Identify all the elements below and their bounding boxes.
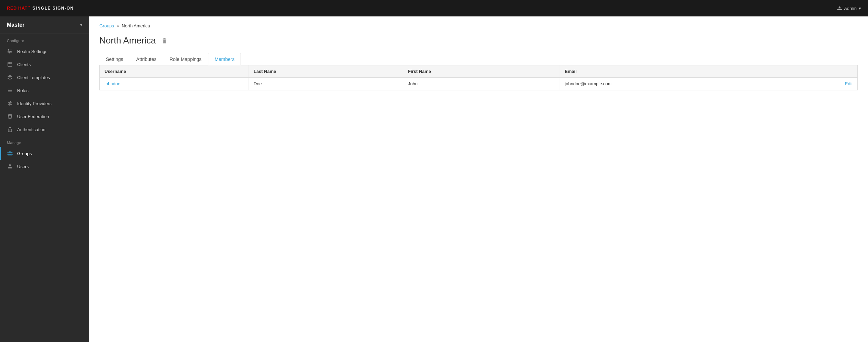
breadcrumb: Groups » North America <box>99 23 858 28</box>
table-header-row: Username Last Name First Name Email <box>100 65 857 78</box>
sidebar-item-label: Client Templates <box>17 75 50 80</box>
user-icon <box>7 163 13 169</box>
tab-role-mappings[interactable]: Role Mappings <box>163 53 208 65</box>
users-group-icon <box>7 150 13 156</box>
brand-product: SINGLE SIGN-ON <box>33 6 74 11</box>
svg-point-16 <box>9 164 11 166</box>
trash-icon <box>161 38 168 44</box>
tab-attributes[interactable]: Attributes <box>130 53 163 65</box>
sidebar-item-label: Clients <box>17 62 31 67</box>
configure-section-label: Configure <box>0 34 89 45</box>
col-email: Email <box>560 65 830 78</box>
sidebar-item-label: Groups <box>17 151 32 156</box>
manage-section-label: Manage <box>0 136 89 147</box>
user-menu[interactable]: Admin ▾ <box>837 6 861 11</box>
exchange-icon <box>7 100 13 106</box>
top-navigation: RED HAT™ SINGLE SIGN-ON Admin ▾ <box>0 0 868 16</box>
realm-name: Master <box>7 22 25 28</box>
brand-logo: RED HAT™ SINGLE SIGN-ON <box>7 5 74 11</box>
breadcrumb-current: North America <box>122 23 150 28</box>
svg-point-4 <box>10 51 11 52</box>
table-row: johndoe Doe John johndoe@example.com Edi… <box>100 78 857 90</box>
svg-rect-9 <box>8 92 12 92</box>
sidebar-item-groups[interactable]: Groups <box>0 147 89 160</box>
members-table: Username Last Name First Name Email john… <box>100 65 857 90</box>
col-firstname: First Name <box>403 65 560 78</box>
svg-rect-6 <box>8 62 12 66</box>
delete-button[interactable] <box>160 36 169 45</box>
sidebar-item-identity-providers[interactable]: Identity Providers <box>0 97 89 110</box>
sidebar-item-users[interactable]: Users <box>0 160 89 173</box>
sidebar-item-clients[interactable]: Clients <box>0 58 89 71</box>
svg-point-14 <box>8 152 9 153</box>
sidebar: Master ▾ Configure Realm Settings <box>0 16 89 342</box>
main-content: Groups » North America North America Set… <box>89 16 868 342</box>
sidebar-item-label: User Federation <box>17 114 49 119</box>
col-lastname: Last Name <box>249 65 403 78</box>
sidebar-item-roles[interactable]: Roles <box>0 84 89 97</box>
tab-settings[interactable]: Settings <box>99 53 130 65</box>
layers-icon <box>7 74 13 80</box>
breadcrumb-separator: » <box>117 24 119 28</box>
sidebar-item-client-templates[interactable]: Client Templates <box>0 71 89 84</box>
svg-point-5 <box>9 52 10 53</box>
svg-rect-17 <box>163 40 164 42</box>
user-dropdown-arrow: ▾ <box>859 6 861 11</box>
cell-firstname: John <box>403 78 560 90</box>
brand-redhat: RED HAT™ <box>7 5 30 11</box>
sidebar-item-label: Users <box>17 164 29 169</box>
realm-arrow: ▾ <box>80 23 82 27</box>
sliders-icon <box>7 48 13 54</box>
svg-rect-18 <box>165 40 166 42</box>
sidebar-item-user-federation[interactable]: User Federation <box>0 110 89 123</box>
svg-point-13 <box>9 151 11 153</box>
page-header: North America <box>99 35 858 46</box>
svg-point-15 <box>11 152 13 153</box>
lock-icon <box>7 126 13 132</box>
tabs-container: Settings Attributes Role Mappings Member… <box>99 53 858 65</box>
sidebar-item-label: Authentication <box>17 127 45 132</box>
sidebar-item-label: Identity Providers <box>17 101 51 106</box>
box-icon <box>7 61 13 67</box>
realm-selector[interactable]: Master ▾ <box>0 16 89 34</box>
cell-lastname: Doe <box>249 78 403 90</box>
user-label: Admin <box>844 6 857 11</box>
tab-members[interactable]: Members <box>208 53 241 65</box>
svg-rect-7 <box>8 89 12 89</box>
user-icon <box>837 6 842 11</box>
sidebar-item-realm-settings[interactable]: Realm Settings <box>0 45 89 58</box>
svg-point-10 <box>8 114 12 116</box>
cell-email: johndoe@example.com <box>560 78 830 90</box>
sidebar-item-label: Roles <box>17 88 28 93</box>
list-icon <box>7 87 13 93</box>
breadcrumb-groups-link[interactable]: Groups <box>99 23 114 28</box>
app-body: Master ▾ Configure Realm Settings <box>0 16 868 342</box>
cell-edit[interactable]: Edit <box>830 78 857 90</box>
svg-rect-8 <box>8 90 12 91</box>
col-actions <box>830 65 857 78</box>
cell-username[interactable]: johndoe <box>100 78 249 90</box>
page-title: North America <box>99 35 156 46</box>
members-table-container: Username Last Name First Name Email john… <box>99 65 858 90</box>
svg-point-12 <box>10 130 10 131</box>
sidebar-item-authentication[interactable]: Authentication <box>0 123 89 136</box>
col-username: Username <box>100 65 249 78</box>
database-icon <box>7 113 13 119</box>
svg-point-3 <box>8 49 9 51</box>
sidebar-item-label: Realm Settings <box>17 49 47 54</box>
